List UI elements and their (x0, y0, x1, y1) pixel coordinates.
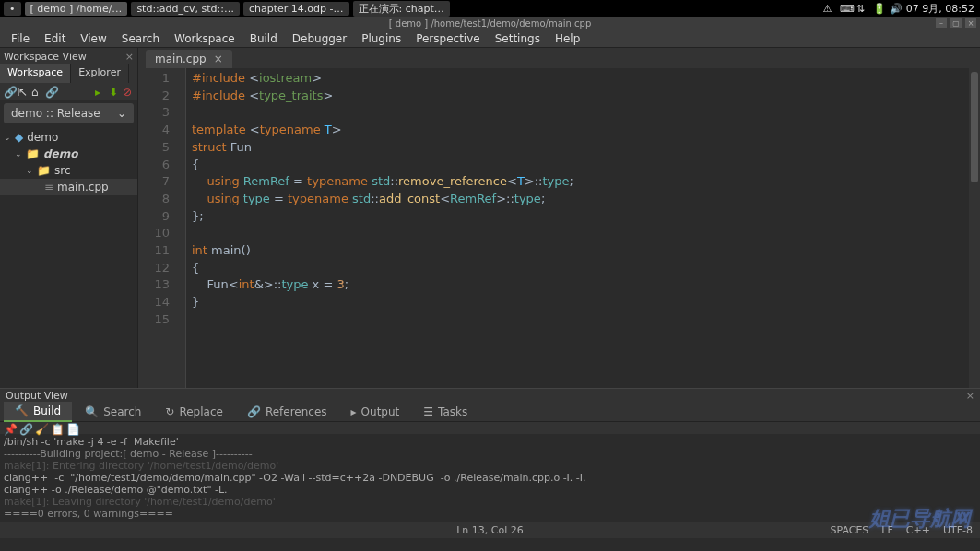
editor-tab-main-cpp[interactable]: main.cpp × (146, 50, 232, 68)
workspace-panel: Workspace View × WorkspaceExplorer 🔗 ⇱ ⌂… (0, 48, 138, 388)
maximize-button[interactable]: ▢ (950, 18, 962, 28)
tree-label: src (54, 164, 71, 177)
task-item[interactable]: std::add_cv, std::… (131, 2, 240, 16)
clock[interactable]: 07 9月, 08:52 (906, 2, 974, 16)
close-button[interactable]: × (965, 18, 976, 28)
menu-perspective[interactable]: Perspective (408, 30, 488, 47)
chevron-down-icon: ⌄ (117, 107, 126, 120)
output-header: Output View × (0, 389, 980, 402)
build-config-selector[interactable]: demo :: Release ⌄ (4, 103, 134, 123)
link2-icon[interactable]: 🔗 (45, 86, 56, 97)
project-tree: ⌄ ◆ demo ⌄ 📁 demo ⌄ 📁 src ≡ main.cpp (0, 127, 137, 197)
code-content[interactable]: #include <iostream>#include <type_traits… (186, 68, 969, 388)
tree-label: demo (27, 131, 58, 144)
fold-gutter[interactable] (175, 68, 186, 388)
output-tab-references[interactable]: 🔗References (236, 403, 338, 421)
menu-view[interactable]: View (73, 30, 113, 47)
copy-icon[interactable]: 📋 (51, 423, 62, 434)
tree-file-main-cpp[interactable]: ≡ main.cpp (0, 179, 137, 195)
watermark: 姐已导航网 (869, 505, 971, 533)
code-editor[interactable]: 123456789101112131415 #include <iostream… (138, 68, 980, 388)
workspace-panel-title: Workspace View (4, 51, 87, 63)
output-tab-tasks[interactable]: ☰Tasks (412, 403, 478, 421)
output-tab-output[interactable]: ▸Output (340, 403, 411, 421)
task-item[interactable]: • (4, 2, 21, 16)
vertical-scrollbar[interactable] (969, 68, 980, 388)
tree-project[interactable]: ⌄ 📁 demo (0, 146, 137, 162)
output-title: Output View (6, 390, 68, 402)
menu-file[interactable]: File (4, 30, 37, 47)
notification-icon[interactable]: ⚠ (823, 3, 834, 14)
build-config-label: demo :: Release (11, 107, 100, 120)
debug-icon[interactable]: ⬇ (109, 86, 120, 97)
status-spaces[interactable]: SPACES (830, 524, 868, 536)
menu-plugins[interactable]: Plugins (354, 30, 408, 47)
workspace-panel-header: Workspace View × (0, 48, 137, 64)
editor-tabs: main.cpp × (138, 48, 980, 68)
menu-workspace[interactable]: Workspace (167, 30, 242, 47)
tab-close-button[interactable]: × (214, 53, 223, 65)
chevron-down-icon: ⌄ (4, 133, 11, 142)
output-tab-search[interactable]: 🔍Search (74, 403, 152, 421)
line-gutter: 123456789101112131415 (138, 68, 175, 388)
task-item[interactable]: [ demo ] /home/… (25, 2, 128, 16)
link-icon[interactable]: 🔗 (19, 423, 30, 434)
home-icon[interactable]: ⌂ (31, 86, 42, 97)
editor-area: main.cpp × 123456789101112131415 #includ… (138, 48, 980, 388)
menu-settings[interactable]: Settings (488, 30, 548, 47)
tab-icon: ↻ (165, 405, 174, 418)
window-titlebar: [ demo ] /home/test1/demo/demo/main.cpp … (0, 17, 980, 29)
menu-build[interactable]: Build (242, 30, 285, 47)
pin-icon[interactable]: 📌 (4, 423, 15, 434)
minimize-button[interactable]: – (936, 18, 947, 28)
tab-icon: ☰ (423, 405, 433, 418)
output-content[interactable]: /bin/sh -c 'make -j 4 -e -f Makefile'---… (0, 434, 980, 522)
collapse-icon[interactable]: ⇱ (18, 86, 29, 97)
tab-label: main.cpp (155, 53, 207, 65)
file-icon: ≡ (44, 181, 53, 193)
system-taskbar: •[ demo ] /home/…std::add_cv, std::…chap… (0, 0, 980, 17)
keyboard-icon[interactable]: ⌨ (840, 3, 851, 14)
taskbar-items: •[ demo ] /home/…std::add_cv, std::…chap… (0, 1, 823, 17)
tab-icon: 🔗 (247, 405, 261, 418)
output-tabs: 🔨Build🔍Search↻Replace🔗References▸Output☰… (0, 402, 980, 422)
panel-close-button[interactable]: × (125, 51, 134, 63)
menu-debugger[interactable]: Debugger (285, 30, 354, 47)
cursor-position[interactable]: Ln 13, Col 26 (456, 524, 524, 536)
workspace-toolbar: 🔗 ⇱ ⌂ 🔗 ▸ ⬇ ⊘ (0, 83, 137, 100)
workspace-tab-explorer[interactable]: Explorer (71, 64, 129, 83)
statusbar: Ln 13, Col 26 SPACESLFC++UTF-8 (0, 522, 980, 538)
output-tab-replace[interactable]: ↻Replace (154, 403, 234, 421)
output-view: Output View × 🔨Build🔍Search↻Replace🔗Refe… (0, 388, 980, 522)
run-icon[interactable]: ▸ (95, 86, 106, 97)
tree-folder-src[interactable]: ⌄ 📁 src (0, 162, 137, 179)
menu-help[interactable]: Help (548, 30, 587, 47)
tree-label: main.cpp (57, 181, 109, 193)
output-toolbar: 📌 🔗 🧹 📋 📄 (0, 422, 980, 434)
task-item[interactable]: 正在演示: chapt… (353, 1, 450, 17)
link-icon[interactable]: 🔗 (4, 86, 15, 97)
stop-icon[interactable]: ⊘ (123, 86, 134, 97)
tree-workspace-root[interactable]: ⌄ ◆ demo (0, 129, 137, 146)
menu-edit[interactable]: Edit (37, 30, 73, 47)
task-item[interactable]: chapter 14.odp -… (243, 2, 349, 16)
workspace-tab-workspace[interactable]: Workspace (0, 64, 71, 83)
workspace-tabs: WorkspaceExplorer (0, 64, 137, 83)
tab-icon: 🔍 (85, 405, 99, 418)
output-tab-build[interactable]: 🔨Build (4, 402, 72, 422)
folder-icon: 📁 (26, 147, 40, 160)
menubar: FileEditViewSearchWorkspaceBuildDebugger… (0, 29, 980, 48)
network-icon[interactable]: ⇅ (856, 3, 868, 14)
menu-search[interactable]: Search (114, 30, 167, 47)
volume-icon[interactable]: 🔊 (890, 3, 901, 14)
battery-icon[interactable]: 🔋 (873, 3, 884, 14)
window-title: [ demo ] /home/test1/demo/demo/main.cpp (389, 18, 592, 29)
output-close-button[interactable]: × (966, 390, 974, 402)
system-tray: ⚠ ⌨ ⇅ 🔋 🔊 07 9月, 08:52 (823, 2, 980, 16)
chevron-down-icon: ⌄ (26, 166, 33, 175)
clear-icon[interactable]: 🧹 (35, 423, 46, 434)
paste-icon[interactable]: 📄 (66, 423, 77, 434)
folder-icon: 📁 (37, 164, 51, 177)
tab-icon: ▸ (351, 405, 357, 418)
scroll-thumb[interactable] (971, 72, 978, 182)
